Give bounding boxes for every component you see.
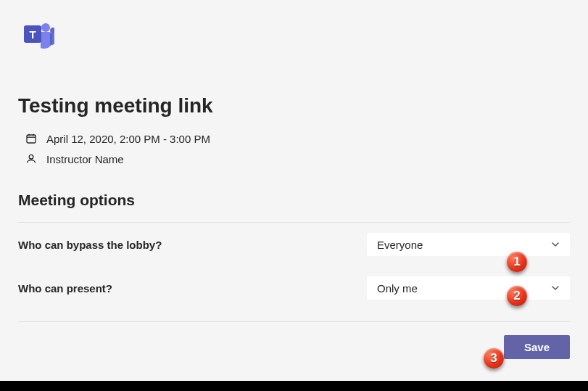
option-label: Who can present? bbox=[18, 282, 112, 295]
meeting-title: Testing meeting link bbox=[18, 94, 570, 118]
chevron-down-icon bbox=[551, 282, 560, 295]
callout-3: 3 bbox=[484, 348, 504, 369]
svg-rect-4 bbox=[27, 135, 36, 143]
who-can-present-select[interactable]: Only me bbox=[367, 276, 570, 300]
meeting-datetime: April 12, 2020, 2:00 PM - 3:00 PM bbox=[46, 133, 210, 145]
svg-text:T: T bbox=[29, 28, 36, 41]
divider bbox=[18, 321, 570, 322]
bypass-lobby-select[interactable]: Everyone bbox=[367, 233, 570, 256]
callout-1: 1 bbox=[507, 252, 527, 272]
teams-logo: T bbox=[18, 16, 54, 52]
svg-point-8 bbox=[29, 155, 33, 159]
select-value: Everyone bbox=[377, 239, 423, 251]
meeting-organizer: Instructor Name bbox=[46, 153, 124, 165]
meeting-datetime-row: April 12, 2020, 2:00 PM - 3:00 PM bbox=[18, 132, 570, 145]
option-label: Who can bypass the lobby? bbox=[18, 239, 162, 251]
meeting-organizer-row: Instructor Name bbox=[18, 152, 570, 165]
chevron-down-icon bbox=[551, 239, 560, 251]
option-row-who-can-present: Who can present? Only me bbox=[18, 266, 570, 310]
calendar-icon bbox=[25, 132, 38, 145]
svg-point-0 bbox=[41, 23, 50, 32]
option-row-bypass-lobby: Who can bypass the lobby? Everyone bbox=[18, 223, 570, 266]
callout-2: 2 bbox=[507, 286, 527, 306]
save-button[interactable]: Save bbox=[504, 335, 570, 359]
select-value: Only me bbox=[377, 282, 418, 295]
bottom-bar bbox=[0, 381, 588, 391]
options-heading: Meeting options bbox=[18, 192, 570, 209]
person-icon bbox=[25, 152, 38, 165]
